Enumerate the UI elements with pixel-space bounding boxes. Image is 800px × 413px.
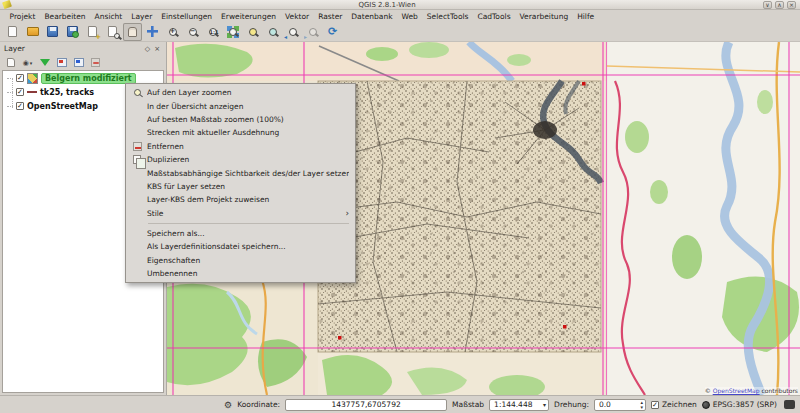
- menu-ansicht[interactable]: Ansicht: [90, 12, 127, 21]
- menu-item-rename[interactable]: Umbenennen: [126, 267, 355, 280]
- menu-item-zoom-to-layer[interactable]: Auf den Layer zoomen: [126, 86, 355, 99]
- menu-verarbeitung[interactable]: Verarbeitung: [515, 12, 573, 21]
- menu-item-set-layer-crs[interactable]: KBS für Layer setzen: [126, 180, 355, 193]
- layer-name[interactable]: OpenStreetMap: [27, 102, 98, 111]
- crs-globe-icon[interactable]: [702, 401, 710, 409]
- coordinate-input[interactable]: [285, 399, 447, 411]
- menu-vektor[interactable]: Vektor: [281, 12, 314, 21]
- layer-name[interactable]: Belgern modifiziert: [41, 73, 136, 84]
- menu-bearbeiten[interactable]: Bearbeiten: [40, 12, 90, 21]
- layer-panel-title: Layer: [4, 44, 143, 53]
- pan-to-selection-icon[interactable]: [143, 23, 162, 41]
- main-toolbar: + − 1:1 ◂ ▸ ⟳: [0, 22, 800, 42]
- collapse-all-icon[interactable]: [73, 57, 84, 68]
- rotation-spinner[interactable]: 0.0 ▴▾: [594, 399, 646, 411]
- menu-item-save-as-layer-definition[interactable]: Als Layerdefinitionsdatei speichern...: [126, 240, 355, 253]
- menu-layer[interactable]: Layer: [127, 12, 157, 21]
- menu-item-styles[interactable]: Stile ›: [126, 207, 355, 220]
- menu-item-scale-visibility[interactable]: Maßstabsabhängige Sichtbarkeit des/der L…: [126, 166, 355, 179]
- menu-item-properties[interactable]: Eigenschaften: [126, 254, 355, 267]
- scale-label: Maßstab: [452, 400, 484, 409]
- panel-close-icon[interactable]: ×: [152, 45, 162, 53]
- duplicate-icon: [130, 154, 144, 165]
- open-project-icon[interactable]: [23, 23, 42, 41]
- manage-layer-visibility-icon[interactable]: ◉: [22, 57, 33, 68]
- menu-projekt[interactable]: Projekt: [5, 12, 40, 21]
- zoom-to-layer-icon[interactable]: [263, 23, 282, 41]
- menu-item-stretch-current-extent[interactable]: Strecken mit aktueller Ausdehnung: [126, 126, 355, 139]
- menu-web[interactable]: Web: [397, 12, 422, 21]
- render-checkbox[interactable]: ✓: [651, 401, 659, 409]
- panel-float-icon[interactable]: ◇: [143, 45, 152, 53]
- layer-checkbox[interactable]: ✓: [16, 88, 24, 96]
- zoom-full-extent-icon[interactable]: [223, 23, 242, 41]
- remove-icon: [130, 141, 144, 152]
- osm-attribution: © OpenStreetMap contributors: [705, 387, 798, 394]
- menu-item-remove[interactable]: Entfernen: [126, 140, 355, 153]
- historical-map-layer: [318, 81, 601, 352]
- zoom-icon: [130, 87, 144, 98]
- zoom-actual-size-icon[interactable]: 1:1: [203, 23, 222, 41]
- layer-checkbox[interactable]: ✓: [16, 74, 24, 82]
- save-project-as-icon[interactable]: [63, 23, 82, 41]
- rotation-label: Drehung:: [554, 400, 589, 409]
- expand-all-icon[interactable]: [56, 57, 67, 68]
- coordinate-label: Koordinate:: [237, 400, 280, 409]
- menu-item-assign-crs-to-project[interactable]: Layer-KBS dem Projekt zuweisen: [126, 193, 355, 206]
- layer-checkbox[interactable]: ✓: [16, 102, 24, 110]
- zoom-next-icon[interactable]: ▸: [303, 23, 322, 41]
- spin-down-icon[interactable]: ▾: [640, 405, 643, 410]
- menu-raster[interactable]: Raster: [314, 12, 347, 21]
- menu-hilfe[interactable]: Hilfe: [573, 12, 599, 21]
- filter-legend-icon[interactable]: [39, 57, 50, 68]
- window-title: QGIS 2.8.1-Wien: [11, 1, 763, 9]
- menu-item-zoom-best-scale[interactable]: Auf besten Maßstab zoomen (100%): [126, 113, 355, 126]
- maximize-button[interactable]: ∧: [775, 1, 784, 9]
- scale-combo[interactable]: 1:144.448 ▾: [489, 399, 549, 411]
- line-symbol-icon: [27, 91, 37, 93]
- zoom-out-icon[interactable]: −: [183, 23, 202, 41]
- render-label: Zeichnen: [662, 400, 697, 409]
- menu-item-show-in-overview[interactable]: In der Übersicht anzeigen: [126, 99, 355, 112]
- titlebar: QGIS 2.8.1-Wien ∨ ∧ ×: [0, 0, 800, 10]
- menu-cadtools[interactable]: CadTools: [473, 12, 515, 21]
- save-project-icon[interactable]: [43, 23, 62, 41]
- menu-erweiterungen[interactable]: Erweiterungen: [217, 12, 281, 21]
- menubar: Projekt Bearbeiten Ansicht Layer Einstel…: [0, 10, 800, 22]
- messages-bubble-icon[interactable]: [784, 400, 795, 409]
- raster-thumbnail-icon: [27, 73, 38, 84]
- menu-datenbank[interactable]: Datenbank: [347, 12, 397, 21]
- menu-selecttools[interactable]: SelectTools: [422, 12, 473, 21]
- osm-attribution-link[interactable]: OpenStreetMap: [713, 387, 760, 394]
- crs-label[interactable]: EPSG:3857 (SRP): [713, 400, 777, 409]
- qgis-window: QGIS 2.8.1-Wien ∨ ∧ × Projekt Bearbeiten…: [0, 0, 800, 413]
- submenu-arrow-icon: ›: [345, 209, 349, 218]
- menu-item-duplicate[interactable]: Duplizieren: [126, 153, 355, 166]
- composer-manager-icon[interactable]: [103, 23, 122, 41]
- new-print-composer-icon[interactable]: [83, 23, 102, 41]
- main-area: Layer ◇ × ◉ ✓ Belgern modifiziert: [0, 42, 800, 395]
- pan-map-icon[interactable]: [123, 23, 142, 41]
- menu-item-save-as[interactable]: Speichern als...: [126, 227, 355, 240]
- zoom-in-icon[interactable]: +: [163, 23, 182, 41]
- menu-einstellungen[interactable]: Einstellungen: [157, 12, 217, 21]
- menu-separator: [148, 223, 349, 224]
- layer-name[interactable]: tk25, tracks: [40, 88, 94, 97]
- close-button[interactable]: ×: [787, 1, 796, 9]
- chevron-down-icon: ▾: [543, 401, 546, 408]
- remove-layer-icon[interactable]: [90, 57, 101, 68]
- minimize-button[interactable]: ∨: [763, 1, 772, 9]
- statusbar: ⚙ Koordinate: Maßstab 1:144.448 ▾ Drehun…: [0, 395, 800, 413]
- gear-icon[interactable]: ⚙: [224, 400, 232, 410]
- layer-context-menu: Auf den Layer zoomen In der Übersicht an…: [125, 83, 356, 283]
- zoom-last-icon[interactable]: ◂: [283, 23, 302, 41]
- add-group-icon[interactable]: [5, 57, 16, 68]
- zoom-to-selection-icon[interactable]: [243, 23, 262, 41]
- refresh-map-icon[interactable]: ⟳: [323, 23, 342, 41]
- new-project-icon[interactable]: [3, 23, 22, 41]
